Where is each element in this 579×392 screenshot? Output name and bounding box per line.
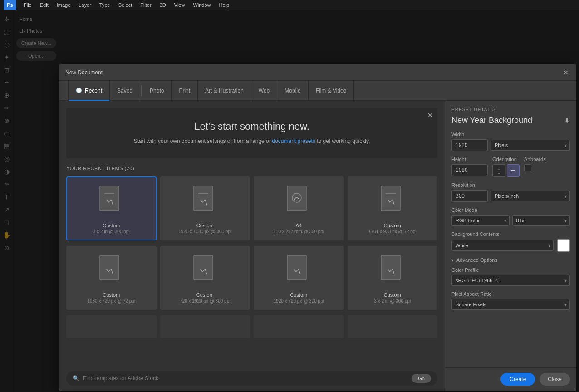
pixel-aspect-select[interactable]: Square Pixels D1/DV NTSC D1/DV PAL [451,299,570,310]
dialog-body: ✕ Let's start something new. Start with … [59,101,576,391]
tab-recent[interactable]: 🕐 Recent [68,81,110,101]
advanced-options-toggle[interactable]: ▾ Advanced Options [451,257,570,263]
width-row: Pixels Inches Centimeters Millimeters [451,139,570,151]
advanced-arrow-icon: ▾ [451,258,454,263]
menu-filter[interactable]: Filter [137,1,155,9]
document-presets-link[interactable]: document presets [272,138,315,144]
tab-film-video[interactable]: Film & Video [309,81,354,101]
color-mode-label: Color Mode [451,207,570,213]
menu-file[interactable]: File [20,1,35,9]
preset-title: New Year Background [451,116,532,125]
doc-item-8[interactable] [66,315,157,338]
color-mode-field-group: Color Mode RGB Color CMYK Color Grayscal… [451,207,570,226]
tab-web[interactable]: Web [251,81,277,101]
recent-header: YOUR RECENT ITEMS (20) [66,166,437,171]
doc-name-5: Custom [196,292,214,298]
dialog-footer: Create Close [445,367,576,391]
items-grid-row3 [66,315,437,338]
items-grid-row1: Custom 3 x 2 in @ 300 ppi [66,176,437,240]
doc-icon-4 [95,252,127,289]
doc-size-2: 210 x 297 mm @ 300 ppi [273,229,324,234]
tab-art-illustration[interactable]: Art & Illustration [198,81,251,101]
width-unit-select[interactable]: Pixels Inches Centimeters Millimeters [491,140,570,151]
doc-size-6: 1920 x 720 px @ 300 ppi [274,299,324,304]
doc-icon-2 [283,183,314,219]
doc-item-10[interactable] [254,315,344,338]
bg-contents-select-wrap: White Black Background Color Transparent [451,240,554,251]
artboards-checkbox[interactable] [524,164,531,172]
menu-type[interactable]: Type [96,1,114,9]
artboards-group: Artboards [524,157,546,177]
content-area: ✕ Let's start something new. Start with … [59,101,445,391]
doc-item-1[interactable]: Custom 1920 x 1080 px @ 300 ppi [160,176,250,240]
tab-saved[interactable]: Saved [110,81,140,101]
resolution-input[interactable] [451,190,488,202]
width-field-group: Width Pixels Inches Centimeters Millimet… [451,132,570,151]
close-button[interactable]: Close [540,373,570,386]
width-input[interactable] [451,139,488,151]
doc-name-4: Custom [103,292,120,298]
doc-item-2[interactable]: A4 210 x 297 mm @ 300 ppi [254,176,344,240]
portrait-button[interactable]: ▯ [492,164,505,177]
menu-layer[interactable]: Layer [75,1,95,9]
menu-help[interactable]: Help [216,1,233,9]
doc-item-3[interactable]: Custom 1761 x 933 px @ 72 ppi [348,176,438,240]
svg-rect-14 [381,186,400,211]
doc-name-1: Custom [196,223,214,228]
doc-item-0[interactable]: Custom 3 x 2 in @ 300 ppi [66,176,157,240]
doc-icon-7 [377,252,408,289]
menu-select[interactable]: Select [115,1,136,9]
doc-icon-1 [189,183,221,219]
color-mode-select-wrap: RGB Color CMYK Color Grayscale [451,215,510,226]
create-button[interactable]: Create [500,373,535,386]
bg-color-swatch[interactable] [557,239,570,252]
menu-window[interactable]: Window [189,1,214,9]
doc-item-11[interactable] [348,315,438,338]
doc-size-4: 1080 x 720 px @ 72 ppi [87,299,135,304]
search-input[interactable] [83,375,408,382]
dialog-close-button[interactable]: ✕ [562,69,570,77]
doc-item-9[interactable] [160,315,250,338]
height-input[interactable] [451,164,488,176]
search-icon: 🔍 [73,375,79,382]
color-profile-select[interactable]: sRGB IEC61966-2.1 Adobe RGB ProPhoto RGB [451,275,570,286]
bit-depth-select[interactable]: 8 bit 16 bit 32 bit [512,215,570,226]
height-orientation-row: Height Orientation ▯ ▭ Artboards [451,157,570,177]
doc-name-6: Custom [290,292,307,298]
color-profile-select-wrap: sRGB IEC61966-2.1 Adobe RGB ProPhoto RGB [451,275,570,286]
orientation-buttons: ▯ ▭ [492,164,520,177]
doc-item-4[interactable]: Custom 1080 x 720 px @ 72 ppi [66,246,157,310]
welcome-close-button[interactable]: ✕ [427,112,433,119]
pixel-aspect-field-group: Pixel Aspect Ratio Square Pixels D1/DV N… [451,291,570,310]
landscape-button[interactable]: ▭ [507,164,520,177]
doc-item-6[interactable]: Custom 1920 x 720 px @ 300 ppi [254,246,344,310]
tabs-row: 🕐 Recent Saved Photo Print Art & Illustr… [59,81,576,101]
svg-rect-12 [287,186,306,211]
recent-section: YOUR RECENT ITEMS (20) [59,166,445,368]
tab-mobile[interactable]: Mobile [277,81,308,101]
save-preset-icon[interactable]: ⬇ [564,116,570,125]
menu-3d[interactable]: 3D [156,1,170,9]
menu-view[interactable]: View [171,1,189,9]
tab-photo[interactable]: Photo [142,81,172,101]
preset-title-row: New Year Background ⬇ [451,116,570,125]
doc-item-5[interactable]: Custom 720 x 1920 px @ 300 ppi [160,246,250,310]
go-button[interactable]: Go [412,374,431,383]
menu-edit[interactable]: Edit [36,1,52,9]
svg-rect-28 [287,255,306,280]
items-grid-row2: Custom 1080 x 720 px @ 72 ppi [66,246,437,310]
tab-print[interactable]: Print [172,81,198,101]
app-logo: Ps [4,0,16,10]
resolution-unit-select[interactable]: Pixels/Inch Pixels/Centimeter [491,191,570,201]
doc-size-7: 3 x 2 in @ 300 ppi [374,299,411,304]
doc-icon-6 [283,252,314,289]
bg-contents-row: White Black Background Color Transparent [451,239,570,252]
color-mode-select[interactable]: RGB Color CMYK Color Grayscale [451,215,510,226]
doc-item-7[interactable]: Custom 3 x 2 in @ 300 ppi [348,246,438,310]
bg-contents-select[interactable]: White Black Background Color Transparent [451,240,554,251]
doc-name-0: Custom [103,223,120,228]
orientation-label: Orientation [492,157,520,162]
menu-image[interactable]: Image [53,1,74,9]
doc-icon-0 [95,183,127,219]
width-label: Width [451,132,570,137]
